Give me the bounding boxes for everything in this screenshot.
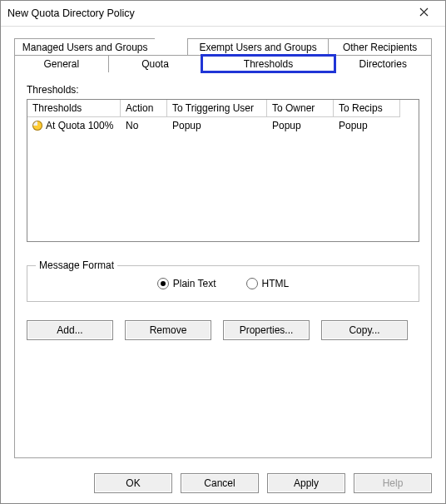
cancel-button[interactable]: Cancel [181,473,259,493]
close-button[interactable] [409,4,439,22]
message-format-group: Message Format Plain Text HTML [27,265,419,302]
list-header: Thresholds Action To Triggering User To … [27,100,419,117]
message-format-radios: Plain Text HTML [37,278,409,289]
tab-managed-users[interactable]: Managed Users and Groups [14,38,156,56]
client-area: Managed Users and Groups Exempt Users an… [1,27,445,465]
tab-label: Thresholds [244,58,293,70]
radio-html[interactable]: HTML [246,278,290,289]
threshold-buttons: Add... Remove Properties... Copy... [27,320,419,340]
tab-directories[interactable]: Directories [334,55,432,72]
col-action[interactable]: Action [121,100,167,117]
properties-button[interactable]: Properties... [223,320,310,340]
radio-plain-text[interactable]: Plain Text [157,278,216,289]
close-icon [419,7,429,19]
dialog-footer: OK Cancel Apply Help [1,465,445,503]
radio-label: Plain Text [173,278,216,289]
col-to-triggering-user[interactable]: To Triggering User [167,100,267,117]
col-to-recips[interactable]: To Recips [334,100,400,117]
tab-label: Other Recipients [343,42,417,53]
col-to-owner[interactable]: To Owner [267,100,334,117]
col-thresholds[interactable]: Thresholds [27,100,121,117]
remove-button[interactable]: Remove [125,320,211,340]
window-title: New Quota Directory Policy [7,7,409,19]
tab-strip: Managed Users and Groups Exempt Users an… [14,38,432,72]
ok-button[interactable]: OK [94,473,172,493]
table-row[interactable]: At Quota 100% No Popup Popup Popup [27,117,419,134]
add-button[interactable]: Add... [27,320,113,340]
cell-text: At Quota 100% [46,120,113,131]
cell-trigger: Popup [167,117,267,134]
tab-general[interactable]: General [14,55,109,72]
tab-row-front: General Quota Thresholds Directories [14,55,432,72]
tab-exempt-users[interactable]: Exempt Users and Groups [187,38,329,56]
tab-label: Directories [359,58,407,70]
tab-label: General [43,58,79,70]
dialog-window: New Quota Directory Policy Managed Users… [0,0,446,504]
radio-dot-icon [246,278,258,289]
tab-pane-thresholds: Thresholds: Thresholds Action To Trigger… [14,72,432,458]
thresholds-list[interactable]: Thresholds Action To Triggering User To … [27,99,419,242]
radio-dot-icon [157,278,169,289]
titlebar: New Quota Directory Policy [1,1,445,27]
thresholds-label: Thresholds: [27,84,419,96]
apply-button[interactable]: Apply [267,473,345,493]
tab-spacer [155,38,188,56]
tab-label: Managed Users and Groups [22,42,148,53]
tab-quota[interactable]: Quota [108,55,203,72]
message-format-legend: Message Format [36,259,117,271]
tab-thresholds[interactable]: Thresholds [201,55,334,72]
pie-icon [32,121,42,131]
help-button[interactable]: Help [354,473,432,493]
tab-label: Exempt Users and Groups [199,42,316,53]
tab-row-back: Managed Users and Groups Exempt Users an… [14,38,432,56]
copy-button[interactable]: Copy... [321,320,408,340]
cell-threshold: At Quota 100% [27,117,121,134]
cell-recips: Popup [334,117,400,134]
radio-label: HTML [262,278,290,289]
cell-action: No [121,117,167,134]
cell-owner: Popup [267,117,334,134]
tab-other-recipients[interactable]: Other Recipients [328,38,432,56]
tab-label: Quota [141,58,169,70]
